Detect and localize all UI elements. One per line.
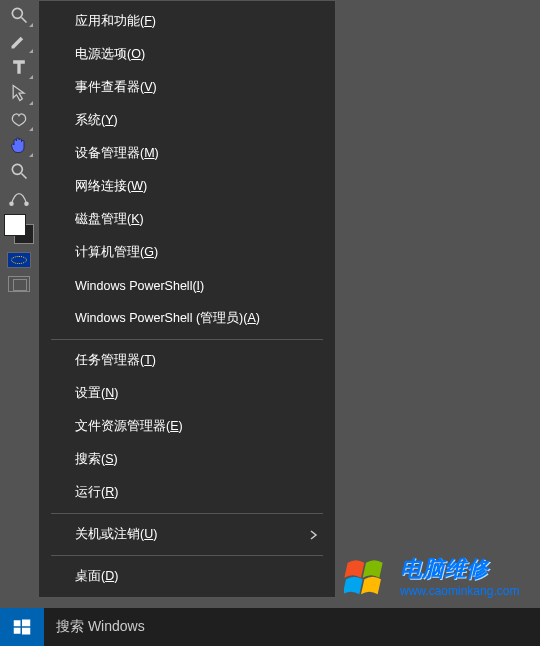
menu-item-label: 事件查看器(V) [75, 79, 157, 96]
menu-item-label: 搜索(S) [75, 451, 118, 468]
text-tool[interactable] [4, 54, 34, 80]
watermark-url: www.caominkang.com [400, 584, 519, 598]
menu-item-13[interactable]: 文件资源管理器(E) [39, 410, 335, 443]
svg-point-2 [12, 164, 22, 174]
start-button[interactable] [0, 608, 44, 646]
menu-item-label: 计算机管理(G) [75, 244, 158, 261]
menu-separator [51, 339, 323, 340]
bezier-tool[interactable] [4, 184, 34, 210]
menu-item-label: 关机或注销(U) [75, 526, 157, 543]
magnifier-tool[interactable] [4, 2, 34, 28]
watermark-title: 电脑维修 [400, 554, 519, 584]
svg-point-5 [25, 202, 28, 205]
menu-item-label: 运行(R) [75, 484, 118, 501]
watermark: 电脑维修 www.caominkang.com [344, 546, 534, 606]
svg-line-3 [22, 174, 27, 179]
menu-item-12[interactable]: 设置(N) [39, 377, 335, 410]
menu-item-19[interactable]: 桌面(D) [39, 560, 335, 593]
menu-item-2[interactable]: 事件查看器(V) [39, 71, 335, 104]
menu-item-8[interactable]: Windows PowerShell(I) [39, 269, 335, 302]
menu-item-14[interactable]: 搜索(S) [39, 443, 335, 476]
chevron-right-icon [309, 530, 319, 540]
menu-item-4[interactable]: 设备管理器(M) [39, 137, 335, 170]
menu-item-6[interactable]: 磁盘管理(K) [39, 203, 335, 236]
svg-rect-6 [14, 620, 21, 626]
svg-rect-8 [14, 628, 21, 634]
menu-item-5[interactable]: 网络连接(W) [39, 170, 335, 203]
brush-tool[interactable] [4, 28, 34, 54]
menu-item-label: 应用和功能(F) [75, 13, 156, 30]
svg-point-4 [10, 202, 13, 205]
menu-item-label: 设置(N) [75, 385, 118, 402]
menu-item-15[interactable]: 运行(R) [39, 476, 335, 509]
menu-item-label: 网络连接(W) [75, 178, 147, 195]
menu-item-label: 任务管理器(T) [75, 352, 156, 369]
svg-point-0 [12, 8, 22, 18]
screen-mode-icon[interactable] [8, 276, 30, 292]
custom-shape-tool[interactable] [4, 106, 34, 132]
menu-item-7[interactable]: 计算机管理(G) [39, 236, 335, 269]
menu-item-1[interactable]: 电源选项(O) [39, 38, 335, 71]
taskbar: 搜索 Windows [0, 608, 540, 646]
menu-item-label: 磁盘管理(K) [75, 211, 144, 228]
pointer-tool[interactable] [4, 80, 34, 106]
menu-item-3[interactable]: 系统(Y) [39, 104, 335, 137]
winx-context-menu: 应用和功能(F)电源选项(O)事件查看器(V)系统(Y)设备管理器(M)网络连接… [38, 0, 336, 598]
search-input[interactable]: 搜索 Windows [44, 608, 540, 646]
windows-logo-icon [344, 551, 398, 601]
photoshop-toolbar [0, 0, 38, 608]
menu-item-11[interactable]: 任务管理器(T) [39, 344, 335, 377]
menu-item-label: 文件资源管理器(E) [75, 418, 183, 435]
menu-item-label: 系统(Y) [75, 112, 118, 129]
hand-tool[interactable] [4, 132, 34, 158]
menu-item-label: Windows PowerShell (管理员)(A) [75, 310, 260, 327]
menu-item-9[interactable]: Windows PowerShell (管理员)(A) [39, 302, 335, 335]
svg-rect-9 [22, 628, 30, 635]
zoom-tool[interactable] [4, 158, 34, 184]
menu-item-label: Windows PowerShell(I) [75, 279, 204, 293]
menu-item-label: 电源选项(O) [75, 46, 145, 63]
menu-separator [51, 513, 323, 514]
menu-item-label: 桌面(D) [75, 568, 118, 585]
menu-item-17[interactable]: 关机或注销(U) [39, 518, 335, 551]
menu-item-0[interactable]: 应用和功能(F) [39, 5, 335, 38]
svg-rect-7 [22, 620, 30, 627]
menu-separator [51, 555, 323, 556]
proof-colors-icon[interactable] [7, 252, 31, 268]
color-swatches[interactable] [4, 214, 34, 244]
menu-item-label: 设备管理器(M) [75, 145, 159, 162]
svg-line-1 [22, 18, 27, 23]
